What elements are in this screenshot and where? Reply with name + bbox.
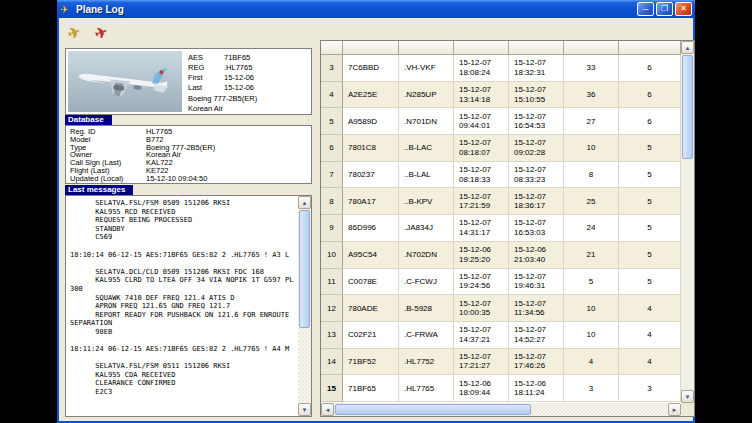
table-horizontal-scroll-thumb[interactable] (335, 404, 531, 415)
cell-aes: 71BF65 (343, 375, 399, 402)
field-row: REG.HL7765 (188, 63, 254, 73)
table-row[interactable]: 9 86D996 .JA834J 15-12-07 14:31:17 15-12… (321, 215, 681, 242)
field-row: Updated (Local)15-12-10 09:04:50 (70, 175, 307, 183)
table-row[interactable]: 4 A2E25E .N285UP 15-12-07 13:14:18 15-12… (321, 82, 681, 109)
corner-header-cell[interactable] (321, 41, 343, 55)
first-heard-date: 15-12-07 (459, 352, 508, 362)
last-heard-date: 15-12-07 (514, 138, 563, 148)
arrow-down-icon: ▼ (302, 407, 308, 413)
toolbar: ✈ ✈ (63, 21, 113, 44)
table-row[interactable]: 5 A9589D .N701DN 15-12-07 09:44:01 15-12… (321, 108, 681, 135)
cell-count: 4 (564, 349, 619, 376)
cell-first-heard: 15-12-07 14:37:21 (454, 322, 509, 349)
field-row: Reg. IDHL7765 (70, 128, 307, 136)
table-row[interactable]: 13 C02F21 .C-FRWA 15-12-07 14:37:21 15-1… (321, 322, 681, 349)
first-heard-date: 15-12-07 (459, 272, 508, 282)
field-label: First (188, 73, 224, 83)
cell-reg: .HL7752 (399, 349, 454, 376)
close-button[interactable]: ✕ (675, 2, 692, 16)
table-scroll-right-button[interactable]: ► (668, 403, 681, 416)
toolbar-button-photo[interactable]: ✈ (63, 21, 86, 44)
field-row: Last15-12-06 (188, 83, 254, 93)
cell-reg: .N701DN (399, 108, 454, 135)
column-header[interactable] (343, 41, 399, 55)
cell-last-heard: 15-12-06 18:11:24 (509, 375, 564, 402)
cell-reg: ..B-LAC (399, 135, 454, 162)
cell-reg: .C-FCWJ (399, 269, 454, 296)
table-vertical-scroll-thumb[interactable] (682, 55, 693, 159)
scroll-down-button[interactable]: ▼ (298, 403, 311, 416)
table-row[interactable]: 12 780ADE .B-5928 15-12-07 10:00:35 15-1… (321, 295, 681, 322)
arrow-up-icon: ▲ (685, 45, 691, 51)
first-heard-date: 15-12-07 (459, 112, 508, 122)
first-heard-date: 15-12-07 (459, 85, 508, 95)
table-row[interactable]: 3 7C6BBD .VH-VKF 15-12-07 18:08:24 15-12… (321, 55, 681, 82)
row-number-cell[interactable]: 5 (321, 108, 343, 135)
cell-message-count: 4 (619, 349, 681, 376)
cell-message-count: 5 (619, 135, 681, 162)
cell-last-heard: 15-12-07 17:46:26 (509, 349, 564, 376)
toolbar-button-log[interactable]: ✈ (90, 21, 113, 44)
cell-last-heard: 15-12-07 19:46:31 (509, 269, 564, 296)
row-number-cell[interactable]: 8 (321, 188, 343, 215)
column-header[interactable] (509, 41, 564, 55)
last-heard-time: 14:52:27 (514, 335, 563, 345)
cell-message-count: 3 (619, 375, 681, 402)
cell-reg: ..B-KPV (399, 188, 454, 215)
table-row[interactable]: 8 780A17 ..B-KPV 15-12-07 17:21:59 15-12… (321, 188, 681, 215)
field-value: .HL7765 (224, 63, 252, 72)
row-number-cell[interactable]: 11 (321, 269, 343, 296)
table-row[interactable]: 10 A95C54 .N702DN 15-12-06 19:25:20 15-1… (321, 242, 681, 269)
table-row[interactable]: 7 780237 ..B-LAL 15-12-07 08:18:33 15-12… (321, 162, 681, 189)
row-number-cell[interactable]: 13 (321, 322, 343, 349)
last-heard-date: 15-12-07 (514, 272, 563, 282)
row-number-cell[interactable]: 15 (321, 375, 343, 402)
column-header[interactable] (564, 41, 619, 55)
minimize-button[interactable]: ─ (637, 2, 654, 16)
first-heard-date: 15-12-07 (459, 58, 508, 68)
scroll-up-button[interactable]: ▲ (298, 196, 311, 209)
cell-reg: .JA834J (399, 215, 454, 242)
table-row[interactable]: 6 7801C8 ..B-LAC 15-12-07 08:18:07 15-12… (321, 135, 681, 162)
row-number-cell[interactable]: 12 (321, 295, 343, 322)
aircraft-summary-panel: AES71BF65 REG.HL7765 First15-12-06 Last1… (65, 48, 312, 115)
column-header[interactable] (399, 41, 454, 55)
row-number-cell[interactable]: 7 (321, 162, 343, 189)
first-heard-time: 13:14:18 (459, 95, 508, 105)
column-header[interactable] (454, 41, 509, 55)
table-scroll-down-button[interactable]: ▼ (681, 390, 694, 403)
field-label: REG (188, 63, 224, 73)
last-heard-time: 18:36:17 (514, 201, 563, 211)
cell-count: 36 (564, 82, 619, 109)
cell-aes: 780237 (343, 162, 399, 189)
table-scroll-left-button[interactable]: ◄ (321, 403, 334, 416)
table-horizontal-scrollbar[interactable]: ◄ ► (321, 403, 681, 416)
column-header[interactable] (619, 41, 681, 55)
cell-message-count: 5 (619, 269, 681, 296)
row-number-cell[interactable]: 6 (321, 135, 343, 162)
table-scroll-up-button[interactable]: ▲ (681, 41, 694, 54)
arrow-right-icon: ► (672, 407, 678, 413)
field-value: 71BF65 (224, 53, 250, 62)
row-number-cell[interactable]: 14 (321, 349, 343, 376)
messages-scroll-thumb[interactable] (299, 210, 310, 328)
maximize-button[interactable]: ❐ (656, 2, 673, 16)
table-vertical-scrollbar[interactable]: ▲ ▼ (681, 41, 694, 403)
table-row[interactable]: 14 71BF52 .HL7752 15-12-07 17:21:27 15-1… (321, 349, 681, 376)
aircraft-table-viewport: 3 7C6BBD .VH-VKF 15-12-07 18:08:24 15-12… (321, 41, 681, 403)
messages-vertical-scrollbar[interactable]: ▲ ▼ (298, 196, 311, 416)
cell-count: 10 (564, 295, 619, 322)
table-row[interactable]: 15 71BF65 .HL7765 15-12-06 18:09:44 15-1… (321, 375, 681, 402)
row-number-cell[interactable]: 10 (321, 242, 343, 269)
row-number-cell[interactable]: 9 (321, 215, 343, 242)
row-number-cell[interactable]: 4 (321, 82, 343, 109)
database-panel: Reg. IDHL7765 ModelB772 TypeBoeing 777-2… (65, 125, 312, 184)
title-bar[interactable]: ✈ Plane Log ─ ❐ ✕ (57, 0, 695, 18)
cell-aes: 7C6BBD (343, 55, 399, 82)
cell-last-heard: 15-12-07 18:32:31 (509, 55, 564, 82)
first-heard-time: 17:21:59 (459, 201, 508, 211)
row-number-cell[interactable]: 3 (321, 55, 343, 82)
arrow-up-icon: ▲ (302, 200, 308, 206)
table-row[interactable]: 11 C0078E .C-FCWJ 15-12-07 19:24:56 15-1… (321, 269, 681, 296)
field-value: 15-12-10 09:04:50 (146, 174, 207, 183)
